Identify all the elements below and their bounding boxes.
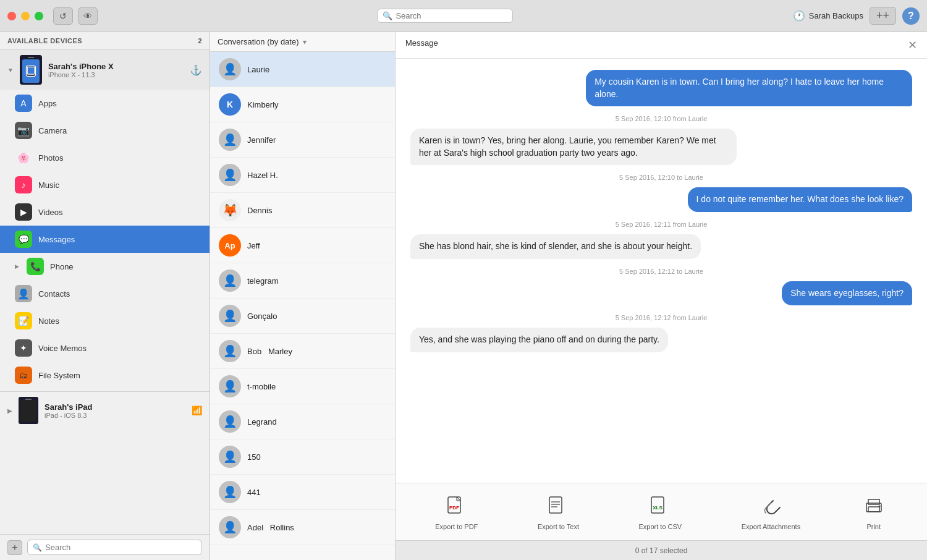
nav-item-voice-memos[interactable]: ✦ Voice Memos xyxy=(0,334,210,362)
msg-timestamp-5: 5 Sep 2016, 12:11 from Laurie xyxy=(410,221,912,228)
msg-bubble-wrap-0: My cousin Karen is in town. Can I bring … xyxy=(410,70,912,106)
svg-rect-4 xyxy=(549,497,562,513)
msg-bubble-wrap-6: She has blond hair, she is kind of slend… xyxy=(410,234,912,259)
sort-select[interactable]: Conversation (by date) xyxy=(218,37,299,46)
conv-item-goncalo[interactable]: 👤 Gonçalo xyxy=(210,299,395,334)
search-input[interactable] xyxy=(396,11,507,20)
nav-label-camera: Camera xyxy=(38,126,67,135)
export-pdf-button[interactable]: PDF Export to PDF xyxy=(428,490,485,534)
backup-label: 🕐 Sarah Backups xyxy=(793,10,863,22)
conv-item-telegram[interactable]: 👤 telegram xyxy=(210,263,395,299)
title-bar: ↺ 👁 🔍 🕐 Sarah Backups ++ ? xyxy=(0,0,927,32)
ipad-info: Sarah's iPad iPad - iOS 8.3 xyxy=(44,402,185,419)
conv-item-441[interactable]: 👤 441 xyxy=(210,475,395,510)
conv-item-jeff[interactable]: Ap Jeff xyxy=(210,228,395,263)
avatar-jeff: Ap xyxy=(219,234,241,257)
msg-bubble-6: She has blond hair, she is kind of slend… xyxy=(410,234,701,259)
nav-item-music[interactable]: ♪ Music xyxy=(0,171,210,198)
device-iphone[interactable]: ▼ Sarah's iPhone X iPhone X - 11.3 ⚓ xyxy=(0,50,210,90)
available-devices-label: AVAILABLE DEVICES xyxy=(7,37,82,45)
conv-name-dennis: Dennis xyxy=(247,206,272,215)
search-icon: 🔍 xyxy=(383,11,392,20)
export-attachments-button[interactable]: Export Attachments xyxy=(734,490,808,534)
export-csv-label: Export to CSV xyxy=(639,523,682,530)
window-controls xyxy=(7,12,43,20)
nav-list: A Apps 📷 Camera 🌸 Photos ♪ Music ▶ V xyxy=(0,90,210,389)
contacts-icon: 👤 xyxy=(15,285,32,302)
conv-header: Conversation (by date) ▾ xyxy=(210,32,395,52)
conv-item-hazel[interactable]: 👤 Hazel H. xyxy=(210,158,395,193)
close-button[interactable] xyxy=(7,12,16,20)
conv-item-kimberly[interactable]: K Kimberly xyxy=(210,87,395,122)
svg-rect-12 xyxy=(868,499,879,504)
nav-item-photos[interactable]: 🌸 Photos xyxy=(0,144,210,171)
nav-item-videos[interactable]: ▶ Videos xyxy=(0,198,210,226)
conv-name-goncalo: Gonçalo xyxy=(247,312,277,321)
sidebar: AVAILABLE DEVICES 2 ▼ Sarah's iPhone X i… xyxy=(0,32,210,560)
msg-timestamp-3: 5 Sep 2016, 12:10 to Laurie xyxy=(410,174,912,181)
history-icon: 🕐 xyxy=(793,10,805,22)
refresh-button[interactable]: ↺ xyxy=(53,7,73,25)
phone-arrow: ▶ xyxy=(15,263,19,269)
voice-memos-icon: ✦ xyxy=(15,339,32,357)
msg-bubble-wrap-4: I do not quite remember her. What does s… xyxy=(410,187,912,212)
conv-items: 👤 Laurie K Kimberly 👤 Jennifer 👤 Hazel H… xyxy=(210,52,395,560)
sidebar-search-icon: 🔍 xyxy=(33,543,42,552)
conv-item-tmobile[interactable]: 👤 t-mobile xyxy=(210,369,395,404)
export-text-label: Export to Text xyxy=(538,523,579,530)
minimize-button[interactable] xyxy=(21,12,30,20)
avatar-tmobile: 👤 xyxy=(219,375,241,397)
nav-forward-button[interactable]: ++ xyxy=(870,7,896,25)
iphone-info: Sarah's iPhone X iPhone X - 11.3 xyxy=(48,62,184,78)
nav-label-messages: Messages xyxy=(38,235,75,244)
nav-label-file-system: File System xyxy=(38,371,80,380)
message-area: Message ✕ My cousin Karen is in town. Ca… xyxy=(396,32,927,560)
status-bar: 0 of 17 selected xyxy=(396,540,927,560)
msg-timestamp-1: 5 Sep 2016, 12:10 from Laurie xyxy=(410,115,912,122)
nav-item-contacts[interactable]: 👤 Contacts xyxy=(0,280,210,307)
phone-icon: 📞 xyxy=(27,258,44,275)
conv-item-adel[interactable]: 👤 Adel Rollins xyxy=(210,510,395,545)
print-button[interactable]: Print xyxy=(853,490,895,534)
conv-name-telegram: telegram xyxy=(247,276,279,286)
nav-label-notes: Notes xyxy=(38,316,59,326)
iphone-icon xyxy=(20,55,42,85)
export-csv-button[interactable]: XLS Export to CSV xyxy=(632,490,690,534)
conv-name-jeff: Jeff xyxy=(247,241,260,250)
avatar-legrand: 👤 xyxy=(219,410,241,433)
conv-item-150[interactable]: 👤 150 xyxy=(210,439,395,475)
ipad-name: Sarah's iPad xyxy=(44,402,185,412)
export-pdf-label: Export to PDF xyxy=(435,523,478,530)
device-ipad[interactable]: ▶ Sarah's iPad iPad - iOS 8.3 📶 xyxy=(0,391,210,429)
conv-item-jennifer[interactable]: 👤 Jennifer xyxy=(210,122,395,158)
conv-item-dennis[interactable]: 🦊 Dennis xyxy=(210,193,395,228)
avatar-goncalo: 👤 xyxy=(219,305,241,327)
nav-item-messages[interactable]: 💬 Messages xyxy=(0,226,210,253)
conv-name-tmobile: t-mobile xyxy=(247,382,276,391)
export-text-button[interactable]: Export to Text xyxy=(530,490,586,534)
nav-item-phone[interactable]: ▶ 📞 Phone xyxy=(0,253,210,280)
avatar-kimberly: K xyxy=(219,93,241,116)
add-device-button[interactable]: + xyxy=(7,540,22,555)
conv-name-jennifer: Jennifer xyxy=(247,135,276,145)
conv-item-legrand[interactable]: 👤 Legrand xyxy=(210,404,395,439)
conv-item-laurie[interactable]: 👤 Laurie xyxy=(210,52,395,87)
msg-bubble-wrap-8: She wears eyeglasses, right? xyxy=(410,281,912,306)
export-text-icon xyxy=(544,493,572,520)
msg-timestamp-7: 5 Sep 2016, 12:12 to Laurie xyxy=(410,268,912,275)
message-header-close-icon[interactable]: ✕ xyxy=(908,38,917,52)
conv-name-150: 150 xyxy=(247,452,261,462)
msg-bubble-2: Karen is in town? Yes, bring her along. … xyxy=(410,129,737,165)
nav-item-file-system[interactable]: 🗂 File System xyxy=(0,362,210,389)
nav-item-camera[interactable]: 📷 Camera xyxy=(0,117,210,144)
videos-icon: ▶ xyxy=(15,203,32,221)
maximize-button[interactable] xyxy=(35,12,43,20)
nav-item-notes[interactable]: 📝 Notes xyxy=(0,307,210,334)
eye-button[interactable]: 👁 xyxy=(78,7,98,25)
avatar-150: 👤 xyxy=(219,446,241,468)
conv-item-bob[interactable]: 👤 Bob Marley xyxy=(210,334,395,369)
sidebar-search-input[interactable] xyxy=(45,543,197,552)
camera-icon: 📷 xyxy=(15,122,32,139)
help-button[interactable]: ? xyxy=(902,7,920,25)
nav-item-apps[interactable]: A Apps xyxy=(0,90,210,117)
